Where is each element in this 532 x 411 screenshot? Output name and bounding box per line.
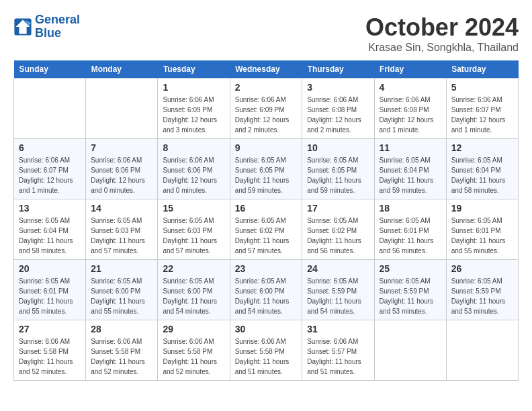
calendar-table: SundayMondayTuesdayWednesdayThursdayFrid… xyxy=(13,60,519,381)
week-row-3: 13Sunrise: 6:05 AM Sunset: 6:04 PM Dayli… xyxy=(14,199,519,260)
calendar-cell xyxy=(446,320,518,381)
title-area: October 2024 Krasae Sin, Songkhla, Thail… xyxy=(365,13,519,54)
day-number: 19 xyxy=(451,203,513,214)
week-row-4: 20Sunrise: 6:05 AM Sunset: 6:01 PM Dayli… xyxy=(14,260,519,320)
calendar-cell: 6Sunrise: 6:06 AM Sunset: 6:07 PM Daylig… xyxy=(14,139,86,199)
day-number: 21 xyxy=(91,263,152,274)
calendar-cell: 18Sunrise: 6:05 AM Sunset: 6:01 PM Dayli… xyxy=(374,199,446,260)
calendar-cell xyxy=(14,79,86,139)
day-number: 12 xyxy=(451,142,513,153)
calendar-cell: 2Sunrise: 6:06 AM Sunset: 6:09 PM Daylig… xyxy=(230,79,302,139)
calendar-cell: 8Sunrise: 6:06 AM Sunset: 6:06 PM Daylig… xyxy=(158,139,230,199)
day-number: 1 xyxy=(163,82,224,93)
day-number: 31 xyxy=(307,324,369,334)
calendar-cell: 21Sunrise: 6:05 AM Sunset: 6:00 PM Dayli… xyxy=(86,260,158,320)
calendar-cell: 5Sunrise: 6:06 AM Sunset: 6:07 PM Daylig… xyxy=(446,79,518,139)
weekday-header-wednesday: Wednesday xyxy=(230,60,302,79)
day-number: 6 xyxy=(19,142,81,153)
day-number: 7 xyxy=(91,142,152,153)
day-detail: Sunrise: 6:06 AM Sunset: 6:07 PM Dayligh… xyxy=(19,155,81,195)
calendar-cell: 9Sunrise: 6:05 AM Sunset: 6:05 PM Daylig… xyxy=(230,139,302,199)
day-number: 13 xyxy=(19,203,81,214)
calendar-cell xyxy=(374,320,446,381)
day-number: 10 xyxy=(307,142,369,153)
day-number: 17 xyxy=(307,203,369,214)
calendar-cell: 25Sunrise: 6:05 AM Sunset: 5:59 PM Dayli… xyxy=(374,260,446,320)
logo: General Blue xyxy=(13,13,80,40)
calendar-cell: 24Sunrise: 6:05 AM Sunset: 5:59 PM Dayli… xyxy=(302,260,374,320)
day-number: 9 xyxy=(235,142,298,153)
day-detail: Sunrise: 6:05 AM Sunset: 6:02 PM Dayligh… xyxy=(307,216,369,256)
day-detail: Sunrise: 6:06 AM Sunset: 6:06 PM Dayligh… xyxy=(163,155,224,195)
day-number: 3 xyxy=(307,82,369,93)
day-detail: Sunrise: 6:05 AM Sunset: 6:03 PM Dayligh… xyxy=(91,216,152,256)
day-detail: Sunrise: 6:05 AM Sunset: 6:05 PM Dayligh… xyxy=(307,155,369,195)
day-detail: Sunrise: 6:05 AM Sunset: 6:01 PM Dayligh… xyxy=(380,216,441,256)
day-detail: Sunrise: 6:05 AM Sunset: 5:59 PM Dayligh… xyxy=(380,276,441,316)
day-detail: Sunrise: 6:05 AM Sunset: 6:01 PM Dayligh… xyxy=(19,276,81,316)
calendar-cell: 17Sunrise: 6:05 AM Sunset: 6:02 PM Dayli… xyxy=(302,199,374,260)
calendar-cell: 27Sunrise: 6:06 AM Sunset: 5:58 PM Dayli… xyxy=(14,320,86,381)
calendar-cell: 1Sunrise: 6:06 AM Sunset: 6:09 PM Daylig… xyxy=(158,79,230,139)
day-number: 26 xyxy=(451,263,513,274)
day-detail: Sunrise: 6:05 AM Sunset: 5:59 PM Dayligh… xyxy=(451,276,513,316)
day-detail: Sunrise: 6:06 AM Sunset: 5:58 PM Dayligh… xyxy=(19,336,81,377)
weekday-header-monday: Monday xyxy=(86,60,158,79)
weekday-header-sunday: Sunday xyxy=(14,60,86,79)
logo-line1: General xyxy=(35,13,80,26)
calendar-cell: 29Sunrise: 6:06 AM Sunset: 5:58 PM Dayli… xyxy=(158,320,230,381)
day-detail: Sunrise: 6:06 AM Sunset: 6:07 PM Dayligh… xyxy=(451,95,513,135)
day-number: 18 xyxy=(380,203,441,214)
day-detail: Sunrise: 6:05 AM Sunset: 6:00 PM Dayligh… xyxy=(91,276,152,316)
day-detail: Sunrise: 6:05 AM Sunset: 5:59 PM Dayligh… xyxy=(307,276,369,316)
calendar-cell: 12Sunrise: 6:05 AM Sunset: 6:04 PM Dayli… xyxy=(446,139,518,199)
week-row-5: 27Sunrise: 6:06 AM Sunset: 5:58 PM Dayli… xyxy=(14,320,519,381)
day-number: 30 xyxy=(235,324,298,334)
day-number: 23 xyxy=(235,263,298,274)
calendar-cell: 16Sunrise: 6:05 AM Sunset: 6:02 PM Dayli… xyxy=(230,199,302,260)
day-number: 16 xyxy=(235,203,298,214)
day-detail: Sunrise: 6:06 AM Sunset: 5:58 PM Dayligh… xyxy=(235,336,298,377)
day-number: 20 xyxy=(19,263,81,274)
logo-text: General Blue xyxy=(35,13,80,40)
weekday-header-friday: Friday xyxy=(374,60,446,79)
calendar-cell: 13Sunrise: 6:05 AM Sunset: 6:04 PM Dayli… xyxy=(14,199,86,260)
month-title: October 2024 xyxy=(365,13,519,42)
calendar-cell xyxy=(86,79,158,139)
location-subtitle: Krasae Sin, Songkhla, Thailand xyxy=(365,42,519,54)
day-detail: Sunrise: 6:05 AM Sunset: 6:04 PM Dayligh… xyxy=(380,155,441,195)
day-detail: Sunrise: 6:05 AM Sunset: 6:04 PM Dayligh… xyxy=(451,155,513,195)
calendar-cell: 23Sunrise: 6:05 AM Sunset: 6:00 PM Dayli… xyxy=(230,260,302,320)
day-detail: Sunrise: 6:05 AM Sunset: 6:00 PM Dayligh… xyxy=(163,276,224,316)
day-number: 29 xyxy=(163,324,224,334)
calendar-cell: 31Sunrise: 6:06 AM Sunset: 5:57 PM Dayli… xyxy=(302,320,374,381)
day-detail: Sunrise: 6:05 AM Sunset: 6:02 PM Dayligh… xyxy=(235,216,298,256)
logo-icon xyxy=(13,17,32,36)
calendar-cell: 11Sunrise: 6:05 AM Sunset: 6:04 PM Dayli… xyxy=(374,139,446,199)
calendar-cell: 10Sunrise: 6:05 AM Sunset: 6:05 PM Dayli… xyxy=(302,139,374,199)
weekday-header-tuesday: Tuesday xyxy=(158,60,230,79)
day-detail: Sunrise: 6:06 AM Sunset: 5:58 PM Dayligh… xyxy=(163,336,224,377)
day-number: 8 xyxy=(163,142,224,153)
day-detail: Sunrise: 6:06 AM Sunset: 6:06 PM Dayligh… xyxy=(91,155,152,195)
calendar-cell: 22Sunrise: 6:05 AM Sunset: 6:00 PM Dayli… xyxy=(158,260,230,320)
weekday-header-thursday: Thursday xyxy=(302,60,374,79)
day-number: 4 xyxy=(380,82,441,93)
calendar-cell: 19Sunrise: 6:05 AM Sunset: 6:01 PM Dayli… xyxy=(446,199,518,260)
day-detail: Sunrise: 6:05 AM Sunset: 6:05 PM Dayligh… xyxy=(235,155,298,195)
week-row-2: 6Sunrise: 6:06 AM Sunset: 6:07 PM Daylig… xyxy=(14,139,519,199)
calendar-cell: 3Sunrise: 6:06 AM Sunset: 6:08 PM Daylig… xyxy=(302,79,374,139)
day-number: 24 xyxy=(307,263,369,274)
day-detail: Sunrise: 6:06 AM Sunset: 5:58 PM Dayligh… xyxy=(91,336,152,377)
day-detail: Sunrise: 6:05 AM Sunset: 6:00 PM Dayligh… xyxy=(235,276,298,316)
calendar-cell: 7Sunrise: 6:06 AM Sunset: 6:06 PM Daylig… xyxy=(86,139,158,199)
day-number: 11 xyxy=(380,142,441,153)
weekday-header-saturday: Saturday xyxy=(446,60,518,79)
day-detail: Sunrise: 6:05 AM Sunset: 6:04 PM Dayligh… xyxy=(19,216,81,256)
calendar-cell: 15Sunrise: 6:05 AM Sunset: 6:03 PM Dayli… xyxy=(158,199,230,260)
day-number: 15 xyxy=(163,203,224,214)
calendar-cell: 14Sunrise: 6:05 AM Sunset: 6:03 PM Dayli… xyxy=(86,199,158,260)
calendar-cell: 20Sunrise: 6:05 AM Sunset: 6:01 PM Dayli… xyxy=(14,260,86,320)
logo-line2: Blue xyxy=(35,26,61,40)
day-number: 28 xyxy=(91,324,152,334)
